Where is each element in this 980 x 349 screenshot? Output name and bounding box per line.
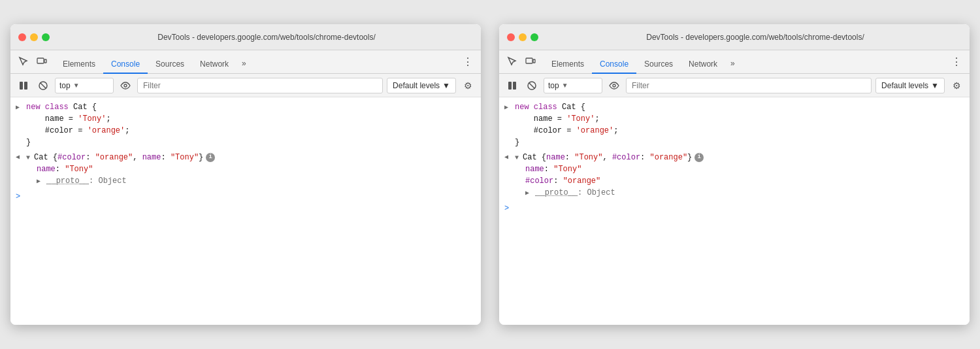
proto-expand-left[interactable]: ▶ [37, 176, 41, 186]
levels-arrow-left: ▼ [442, 81, 450, 90]
context-dropdown-arrow-right: ▼ [562, 82, 568, 89]
expand-arrow-right[interactable]: ▼ [515, 153, 519, 163]
device-toolbar-icon[interactable] [34, 54, 50, 69]
levels-button-right[interactable]: Default levels ▼ [875, 78, 945, 93]
block-button-left[interactable] [35, 78, 51, 93]
tab-bar-menu-right: ⋮ [949, 54, 964, 73]
play-button-right[interactable] [504, 78, 520, 93]
maximize-button-right[interactable] [531, 33, 538, 41]
window-title-left: DevTools - developers.google.com/web/too… [60, 33, 473, 42]
obj-header-line-right: ▼ Cat {name: "Tony", #color: "orange"}i [515, 152, 964, 163]
tab-bar-icons-left [16, 54, 50, 73]
tab-more-left[interactable]: » [237, 55, 252, 73]
input-arrow-right[interactable]: ▶ [504, 103, 508, 112]
tab-bar-left: Elements Console Sources Network » ⋮ [10, 50, 481, 74]
tab-bar-right-window: Elements Console Sources Network » ⋮ [499, 50, 970, 74]
output-arrow-right: ◀ [504, 152, 508, 162]
tab-bar-right-left: ⋮ [460, 54, 476, 73]
eye-icon-left[interactable] [118, 78, 133, 93]
info-icon-left[interactable]: i [206, 153, 215, 162]
minimize-button[interactable] [30, 33, 38, 41]
device-toolbar-icon-right[interactable] [523, 54, 538, 69]
console-content-left: ▶ new class Cat { name = 'Tony'; #color … [10, 97, 481, 325]
tab-elements-left[interactable]: Elements [55, 56, 103, 74]
proto-expand-right[interactable]: ▶ [525, 188, 529, 198]
devtools-menu-icon-right[interactable]: ⋮ [949, 54, 964, 69]
svg-rect-8 [533, 59, 535, 63]
levels-button-left[interactable]: Default levels ▼ [387, 78, 456, 93]
prop-name-left: name: "Tony" [26, 163, 476, 175]
eye-icon-right[interactable] [606, 78, 622, 93]
context-dropdown-arrow-left: ▼ [73, 82, 80, 89]
tab-elements-right[interactable]: Elements [544, 56, 592, 74]
input-arrow-left[interactable]: ▶ [16, 103, 20, 112]
console-toolbar-left: top ▼ Default levels ▼ ⚙ [10, 74, 481, 97]
tab-console-left[interactable]: Console [103, 56, 148, 74]
svg-point-6 [124, 84, 127, 87]
obj-header-line-left: ▼ Cat {#color: "orange", name: "Tony"}i [26, 152, 476, 163]
traffic-lights-left [18, 33, 50, 41]
title-bar-left: DevTools - developers.google.com/web/too… [10, 24, 481, 50]
console-prompt-right[interactable] [499, 200, 970, 205]
gear-button-left[interactable]: ⚙ [460, 78, 476, 93]
tab-console-right[interactable]: Console [592, 56, 636, 74]
gear-button-right[interactable]: ⚙ [949, 78, 964, 93]
console-prompt-left[interactable] [10, 188, 481, 193]
tab-network-right[interactable]: Network [681, 56, 725, 74]
tab-bar-icons-right [504, 54, 538, 73]
tab-sources-right[interactable]: Sources [636, 56, 681, 74]
console-input-left: ▶ new class Cat { name = 'Tony'; #color … [10, 100, 481, 150]
svg-line-5 [41, 82, 46, 88]
tab-network-left[interactable]: Network [192, 56, 237, 74]
console-input-right: ▶ new class Cat { name = 'Tony'; #color … [499, 100, 970, 150]
maximize-button[interactable] [42, 33, 50, 41]
svg-rect-10 [513, 82, 516, 90]
svg-rect-9 [508, 82, 512, 90]
title-bar-right: DevTools - developers.google.com/web/too… [499, 24, 970, 50]
close-button[interactable] [18, 33, 26, 41]
prop-name-right: name: "Tony" [515, 163, 964, 175]
filter-input-right[interactable] [626, 78, 872, 93]
console-output-left: ◀ ▼ Cat {#color: "orange", name: "Tony"}… [10, 150, 481, 188]
svg-rect-1 [44, 59, 46, 63]
inspect-icon-right[interactable] [504, 54, 520, 69]
devtools-menu-icon-left[interactable]: ⋮ [460, 54, 476, 69]
svg-rect-7 [526, 58, 532, 63]
console-content-right: ▶ new class Cat { name = 'Tony'; #color … [499, 97, 970, 325]
tab-more-right[interactable]: » [725, 55, 740, 73]
context-value-left: top [59, 81, 71, 90]
context-selector-right[interactable]: top ▼ [544, 78, 602, 93]
expand-arrow-left[interactable]: ▼ [26, 153, 30, 163]
play-button-left[interactable] [16, 78, 31, 93]
svg-rect-0 [37, 58, 44, 63]
proto-line-right: ▶ __proto__: Object [515, 187, 964, 199]
levels-arrow-right: ▼ [931, 81, 939, 90]
block-button-right[interactable] [524, 78, 540, 93]
traffic-lights-right [507, 33, 538, 41]
inspect-icon[interactable] [16, 54, 31, 69]
minimize-button-right[interactable] [519, 33, 527, 41]
svg-line-12 [529, 82, 535, 88]
prop-color-right: #color: "orange" [515, 175, 964, 187]
output-arrow-left: ◀ [16, 152, 20, 162]
svg-rect-3 [24, 82, 27, 90]
proto-line-left: ▶ __proto__: Object [26, 175, 476, 187]
close-button-right[interactable] [507, 33, 515, 41]
svg-point-13 [613, 84, 615, 87]
tab-sources-left[interactable]: Sources [148, 56, 192, 74]
context-selector-left[interactable]: top ▼ [55, 78, 114, 93]
console-toolbar-right: top ▼ Default levels ▼ ⚙ [499, 74, 970, 97]
devtools-window-left: DevTools - developers.google.com/web/too… [10, 24, 481, 325]
window-title-right: DevTools - developers.google.com/web/too… [549, 33, 962, 42]
devtools-window-right: DevTools - developers.google.com/web/too… [499, 24, 970, 325]
filter-input-left[interactable] [137, 78, 383, 93]
context-value-right: top [548, 81, 559, 90]
svg-rect-2 [20, 82, 23, 90]
console-output-right: ◀ ▼ Cat {name: "Tony", #color: "orange"}… [499, 150, 970, 200]
info-icon-right[interactable]: i [694, 153, 704, 162]
